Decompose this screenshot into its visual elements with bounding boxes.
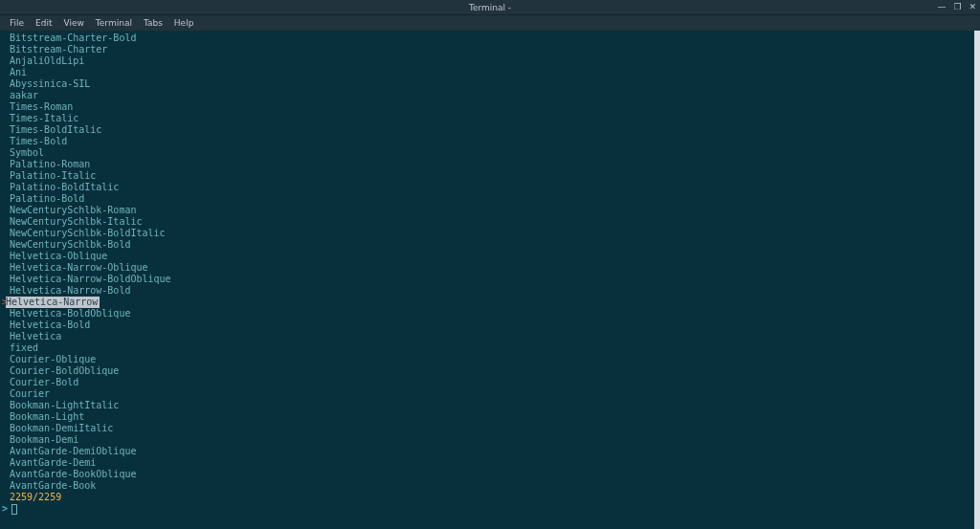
list-item: Courier-BoldOblique [0, 365, 980, 377]
menubar: File Edit View Terminal Tabs Help [0, 15, 980, 31]
list-item: NewCenturySchlbk-Roman [0, 205, 980, 216]
list-item: Helvetica-Narrow-Oblique [0, 262, 980, 274]
list-item: Courier [0, 388, 980, 400]
list-item: Bookman-Demi [0, 434, 980, 446]
list-item: Times-Bold [0, 136, 980, 147]
list-item: Times-Roman [0, 101, 980, 113]
terminal-area[interactable]: Bitstream-Charter-Bold Bitstream-Charter… [0, 31, 980, 529]
menu-file[interactable]: File [4, 17, 30, 29]
list-item: Helvetica-BoldOblique [0, 308, 980, 320]
menu-terminal[interactable]: Terminal [90, 17, 138, 29]
list-item: Palatino-Bold [0, 193, 980, 205]
list-item: Palatino-Roman [0, 159, 980, 170]
list-item: Times-Italic [0, 113, 980, 124]
list-item: Bitstream-Charter-Bold [0, 33, 980, 44]
window-titlebar: Terminal - — ❐ ✕ [0, 0, 980, 15]
list-item: Courier-Bold [0, 377, 980, 388]
prompt-line[interactable]: > [0, 503, 980, 515]
list-item: AvantGarde-DemiOblique [0, 446, 980, 457]
selected-text: Helvetica-Narrow [6, 297, 100, 308]
minimize-icon[interactable]: — [935, 3, 947, 11]
match-count: 2259/2259 [0, 492, 980, 503]
list-item: NewCenturySchlbk-Bold [0, 239, 980, 251]
list-item: Ani [0, 67, 980, 78]
list-item: Helvetica-Narrow-Bold [0, 285, 980, 297]
list-item: NewCenturySchlbk-BoldItalic [0, 228, 980, 239]
menu-edit[interactable]: Edit [30, 17, 57, 29]
list-item: Palatino-BoldItalic [0, 182, 980, 193]
list-item: Courier-Oblique [0, 354, 980, 365]
menu-help[interactable]: Help [168, 17, 200, 29]
list-item: Palatino-Italic [0, 170, 980, 182]
list-item: NewCenturySchlbk-Italic [0, 216, 980, 228]
list-item: Helvetica-Narrow-BoldOblique [0, 274, 980, 285]
list-item: aakar [0, 90, 980, 101]
list-item: AvantGarde-Demi [0, 457, 980, 469]
list-item: AvantGarde-Book [0, 480, 980, 492]
prompt-icon: > [2, 503, 8, 515]
menu-view[interactable]: View [58, 17, 90, 29]
list-item: AnjaliOldLipi [0, 55, 980, 67]
window-controls: — ❐ ✕ [935, 3, 978, 11]
list-item: Helvetica-Oblique [0, 251, 980, 262]
cursor [11, 504, 17, 515]
list-item: Bookman-LightItalic [0, 400, 980, 411]
list-item: Helvetica [0, 331, 980, 342]
maximize-icon[interactable]: ❐ [951, 3, 963, 11]
list-item: Times-BoldItalic [0, 124, 980, 136]
window-title: Terminal - [469, 3, 511, 12]
menu-tabs[interactable]: Tabs [138, 17, 168, 29]
close-icon[interactable]: ✕ [967, 3, 978, 11]
list-item: Abyssinica-SIL [0, 78, 980, 90]
list-item: Bitstream-Charter [0, 44, 980, 55]
list-item: Helvetica-Bold [0, 320, 980, 331]
list-item: Symbol [0, 147, 980, 159]
scrollbar[interactable] [974, 31, 980, 529]
list-item: AvantGarde-BookOblique [0, 469, 980, 480]
list-item: Bookman-DemiItalic [0, 423, 980, 434]
list-item: fixed [0, 342, 980, 354]
list-item-selected: > Helvetica-Narrow [0, 297, 980, 308]
list-item: Bookman-Light [0, 411, 980, 423]
